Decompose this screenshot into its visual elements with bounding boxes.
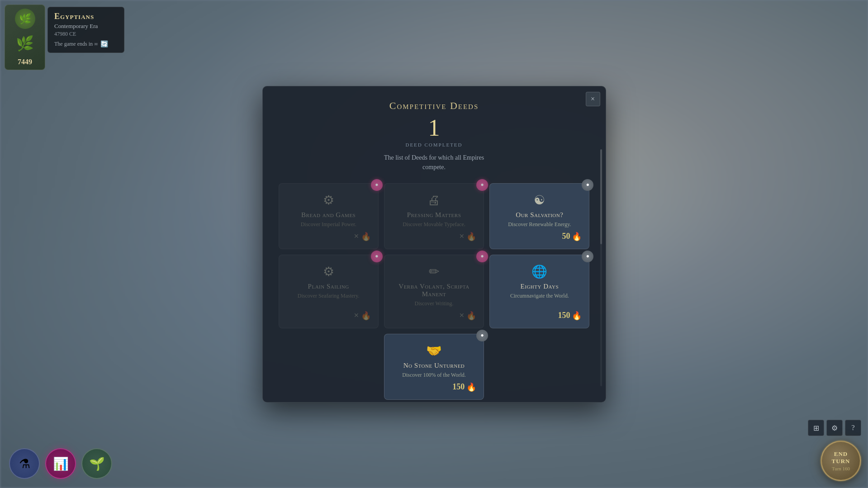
deed-desc: Discover 100% of the World. bbox=[402, 372, 465, 379]
deed-title: Bread and Games bbox=[301, 211, 356, 219]
modal-overlay: × Competitive Deeds 1 Deed Completed The… bbox=[0, 0, 868, 488]
deed-icon-handshake: 🤝 bbox=[426, 343, 442, 358]
deed-desc: Circumnavigate the World. bbox=[510, 293, 569, 299]
deed-title: Verba Volant, Scripta Manent bbox=[392, 283, 476, 298]
deed-icon-cog: ⚙ bbox=[323, 193, 334, 208]
deed-title: Our Salvation? bbox=[516, 211, 563, 219]
deed-label: Deed Completed bbox=[279, 142, 590, 147]
deed-desc: Discover Renewable Energy. bbox=[508, 221, 571, 228]
deed-desc: Discover Seafaring Mastery. bbox=[298, 293, 360, 299]
scroll-track bbox=[600, 149, 602, 386]
deed-icon-globe: 🌐 bbox=[531, 264, 547, 279]
deed-cost: 50 bbox=[562, 232, 570, 241]
deed-badge-pink-4: ● bbox=[476, 251, 488, 262]
deed-footer-icon-4: 🔥 bbox=[466, 311, 476, 321]
x-mark: ✕ bbox=[354, 232, 359, 240]
deed-title: No Stone Unturned bbox=[403, 362, 465, 370]
deed-desc: Discover Movable Typeface. bbox=[403, 221, 465, 228]
deed-icon-yin-yang: ☯ bbox=[534, 193, 545, 208]
deed-card-verba-volant[interactable]: ● ✏ Verba Volant, Scripta Manent Discove… bbox=[384, 255, 484, 328]
deed-icon-pencil: ✏ bbox=[429, 264, 439, 279]
deed-badge-gray-3: ● bbox=[476, 330, 488, 341]
deed-icon-gear: ⚙ bbox=[323, 264, 334, 279]
deed-icon-press: 🖨 bbox=[427, 193, 440, 208]
deed-footer: 50 🔥 bbox=[497, 232, 582, 242]
flame-icon: 🔥 bbox=[572, 232, 582, 242]
modal-title: Competitive Deeds bbox=[279, 100, 590, 112]
deed-badge-gray: ● bbox=[582, 179, 593, 191]
deed-card-pressing-matters[interactable]: ● 🖨 Pressing Matters Discover Movable Ty… bbox=[384, 183, 484, 249]
deed-title: Pressing Matters bbox=[407, 211, 461, 219]
deed-footer-icon-3: 🔥 bbox=[361, 311, 371, 321]
deed-badge-pink-2: ● bbox=[476, 179, 488, 191]
deed-title: Plain Sailing bbox=[308, 283, 349, 290]
deed-desc: Discover Writing. bbox=[415, 300, 454, 307]
deed-footer: ✕ 🔥 bbox=[286, 232, 371, 242]
deed-title: Eighty Days bbox=[521, 283, 559, 290]
x-mark-3: ✕ bbox=[354, 312, 359, 319]
close-button[interactable]: × bbox=[586, 92, 600, 106]
competitive-deeds-modal: × Competitive Deeds 1 Deed Completed The… bbox=[262, 86, 606, 403]
deed-badge-pink: ● bbox=[371, 179, 383, 191]
deed-card-no-stone-unturned[interactable]: ● 🤝 No Stone Unturned Discover 100% of t… bbox=[384, 334, 484, 400]
x-mark-2: ✕ bbox=[459, 232, 465, 240]
deed-footer: ✕ 🔥 bbox=[392, 311, 476, 321]
deed-footer-icon: 🔥 bbox=[361, 232, 371, 242]
deed-count: 1 bbox=[279, 116, 590, 140]
flame-icon-3: 🔥 bbox=[466, 382, 476, 392]
deed-footer: ✕ 🔥 bbox=[286, 311, 371, 321]
deed-footer: 150 🔥 bbox=[497, 311, 582, 321]
deed-card-eighty-days[interactable]: ● 🌐 Eighty Days Circumnavigate the World… bbox=[489, 255, 589, 328]
deed-footer: ✕ 🔥 bbox=[392, 232, 476, 242]
deed-cost-3: 150 bbox=[452, 382, 465, 392]
modal-description: The list of Deeds for which all Empiresc… bbox=[279, 153, 590, 172]
flame-icon-2: 🔥 bbox=[572, 311, 582, 321]
deed-card-our-salvation[interactable]: ● ☯ Our Salvation? Discover Renewable En… bbox=[489, 183, 589, 249]
deed-card-plain-sailing[interactable]: ● ⚙ Plain Sailing Discover Seafaring Mas… bbox=[279, 255, 379, 328]
deed-card-bread-and-games[interactable]: ● ⚙ Bread and Games Discover Imperial Po… bbox=[279, 183, 379, 249]
x-mark-4: ✕ bbox=[459, 312, 465, 319]
scroll-thumb bbox=[600, 149, 602, 244]
deed-footer: 150 🔥 bbox=[392, 382, 476, 392]
deeds-grid: ● ⚙ Bread and Games Discover Imperial Po… bbox=[279, 183, 590, 400]
deed-badge-gray-2: ● bbox=[582, 251, 593, 262]
deed-desc: Discover Imperial Power. bbox=[301, 221, 356, 228]
deed-badge-pink-3: ● bbox=[371, 251, 383, 262]
deed-cost-2: 150 bbox=[558, 311, 570, 320]
deed-footer-icon-2: 🔥 bbox=[466, 232, 476, 242]
